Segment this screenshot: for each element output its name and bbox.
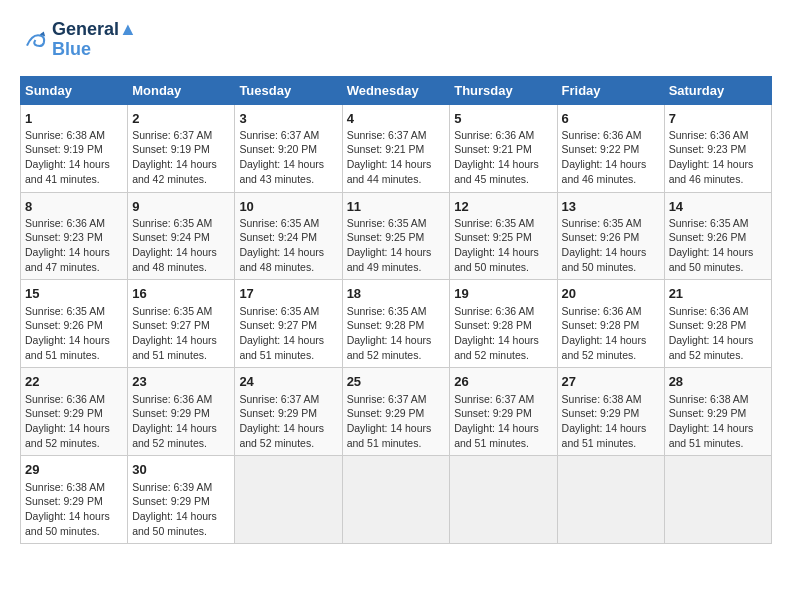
daylight-label: Daylight: 14 hours and 44 minutes.	[347, 158, 432, 185]
sunrise-label: Sunrise: 6:35 AM	[347, 217, 427, 229]
sunset-label: Sunset: 9:21 PM	[347, 143, 425, 155]
calendar-row: 22Sunrise: 6:36 AMSunset: 9:29 PMDayligh…	[21, 368, 772, 456]
calendar-cell: 26Sunrise: 6:37 AMSunset: 9:29 PMDayligh…	[450, 368, 557, 456]
daylight-label: Daylight: 14 hours and 52 minutes.	[669, 334, 754, 361]
day-number: 5	[454, 111, 461, 126]
col-friday: Friday	[557, 76, 664, 104]
day-number: 7	[669, 111, 676, 126]
sunset-label: Sunset: 9:29 PM	[347, 407, 425, 419]
sunrise-label: Sunrise: 6:35 AM	[454, 217, 534, 229]
day-number: 4	[347, 111, 354, 126]
calendar-cell: 5Sunrise: 6:36 AMSunset: 9:21 PMDaylight…	[450, 104, 557, 192]
daylight-label: Daylight: 14 hours and 50 minutes.	[132, 510, 217, 537]
daylight-label: Daylight: 14 hours and 51 minutes.	[562, 422, 647, 449]
col-wednesday: Wednesday	[342, 76, 450, 104]
sunset-label: Sunset: 9:21 PM	[454, 143, 532, 155]
calendar-cell: 30Sunrise: 6:39 AMSunset: 9:29 PMDayligh…	[128, 456, 235, 544]
sunset-label: Sunset: 9:29 PM	[454, 407, 532, 419]
sunset-label: Sunset: 9:25 PM	[454, 231, 532, 243]
calendar-cell: 14Sunrise: 6:35 AMSunset: 9:26 PMDayligh…	[664, 192, 771, 280]
sunset-label: Sunset: 9:26 PM	[562, 231, 640, 243]
sunrise-label: Sunrise: 6:35 AM	[25, 305, 105, 317]
daylight-label: Daylight: 14 hours and 52 minutes.	[562, 334, 647, 361]
sunset-label: Sunset: 9:28 PM	[562, 319, 640, 331]
daylight-label: Daylight: 14 hours and 51 minutes.	[454, 422, 539, 449]
sunset-label: Sunset: 9:23 PM	[25, 231, 103, 243]
header-row: Sunday Monday Tuesday Wednesday Thursday…	[21, 76, 772, 104]
sunset-label: Sunset: 9:19 PM	[132, 143, 210, 155]
day-number: 8	[25, 199, 32, 214]
calendar-cell	[235, 456, 342, 544]
sunrise-label: Sunrise: 6:36 AM	[25, 217, 105, 229]
daylight-label: Daylight: 14 hours and 48 minutes.	[132, 246, 217, 273]
daylight-label: Daylight: 14 hours and 52 minutes.	[454, 334, 539, 361]
day-number: 1	[25, 111, 32, 126]
sunset-label: Sunset: 9:27 PM	[132, 319, 210, 331]
sunrise-label: Sunrise: 6:35 AM	[132, 305, 212, 317]
calendar-row: 15Sunrise: 6:35 AMSunset: 9:26 PMDayligh…	[21, 280, 772, 368]
calendar-row: 8Sunrise: 6:36 AMSunset: 9:23 PMDaylight…	[21, 192, 772, 280]
calendar-cell: 20Sunrise: 6:36 AMSunset: 9:28 PMDayligh…	[557, 280, 664, 368]
calendar-cell: 19Sunrise: 6:36 AMSunset: 9:28 PMDayligh…	[450, 280, 557, 368]
sunset-label: Sunset: 9:19 PM	[25, 143, 103, 155]
day-number: 19	[454, 286, 468, 301]
calendar-cell: 8Sunrise: 6:36 AMSunset: 9:23 PMDaylight…	[21, 192, 128, 280]
sunrise-label: Sunrise: 6:37 AM	[132, 129, 212, 141]
day-number: 24	[239, 374, 253, 389]
calendar-cell: 9Sunrise: 6:35 AMSunset: 9:24 PMDaylight…	[128, 192, 235, 280]
sunset-label: Sunset: 9:24 PM	[132, 231, 210, 243]
day-number: 20	[562, 286, 576, 301]
sunset-label: Sunset: 9:28 PM	[347, 319, 425, 331]
calendar-cell: 27Sunrise: 6:38 AMSunset: 9:29 PMDayligh…	[557, 368, 664, 456]
sunset-label: Sunset: 9:28 PM	[454, 319, 532, 331]
sunset-label: Sunset: 9:29 PM	[132, 495, 210, 507]
day-number: 18	[347, 286, 361, 301]
calendar-cell	[557, 456, 664, 544]
day-number: 15	[25, 286, 39, 301]
calendar-cell: 3Sunrise: 6:37 AMSunset: 9:20 PMDaylight…	[235, 104, 342, 192]
day-number: 27	[562, 374, 576, 389]
calendar-cell: 1Sunrise: 6:38 AMSunset: 9:19 PMDaylight…	[21, 104, 128, 192]
day-number: 9	[132, 199, 139, 214]
page-header: General▲ Blue	[20, 20, 772, 60]
sunset-label: Sunset: 9:29 PM	[239, 407, 317, 419]
daylight-label: Daylight: 14 hours and 51 minutes.	[347, 422, 432, 449]
calendar-cell: 13Sunrise: 6:35 AMSunset: 9:26 PMDayligh…	[557, 192, 664, 280]
calendar-cell	[664, 456, 771, 544]
daylight-label: Daylight: 14 hours and 52 minutes.	[239, 422, 324, 449]
calendar-cell: 2Sunrise: 6:37 AMSunset: 9:19 PMDaylight…	[128, 104, 235, 192]
logo: General▲ Blue	[20, 20, 137, 60]
sunrise-label: Sunrise: 6:37 AM	[454, 393, 534, 405]
calendar-cell: 16Sunrise: 6:35 AMSunset: 9:27 PMDayligh…	[128, 280, 235, 368]
day-number: 14	[669, 199, 683, 214]
calendar-cell	[342, 456, 450, 544]
sunrise-label: Sunrise: 6:35 AM	[347, 305, 427, 317]
sunrise-label: Sunrise: 6:36 AM	[454, 305, 534, 317]
calendar-row: 29Sunrise: 6:38 AMSunset: 9:29 PMDayligh…	[21, 456, 772, 544]
daylight-label: Daylight: 14 hours and 46 minutes.	[562, 158, 647, 185]
sunrise-label: Sunrise: 6:36 AM	[132, 393, 212, 405]
sunset-label: Sunset: 9:22 PM	[562, 143, 640, 155]
day-number: 17	[239, 286, 253, 301]
day-number: 10	[239, 199, 253, 214]
daylight-label: Daylight: 14 hours and 50 minutes.	[669, 246, 754, 273]
daylight-label: Daylight: 14 hours and 45 minutes.	[454, 158, 539, 185]
sunrise-label: Sunrise: 6:39 AM	[132, 481, 212, 493]
day-number: 6	[562, 111, 569, 126]
sunset-label: Sunset: 9:29 PM	[669, 407, 747, 419]
daylight-label: Daylight: 14 hours and 43 minutes.	[239, 158, 324, 185]
sunrise-label: Sunrise: 6:35 AM	[132, 217, 212, 229]
sunrise-label: Sunrise: 6:37 AM	[347, 129, 427, 141]
sunset-label: Sunset: 9:26 PM	[25, 319, 103, 331]
sunset-label: Sunset: 9:20 PM	[239, 143, 317, 155]
daylight-label: Daylight: 14 hours and 52 minutes.	[347, 334, 432, 361]
sunrise-label: Sunrise: 6:37 AM	[239, 129, 319, 141]
calendar-cell: 18Sunrise: 6:35 AMSunset: 9:28 PMDayligh…	[342, 280, 450, 368]
calendar-cell: 11Sunrise: 6:35 AMSunset: 9:25 PMDayligh…	[342, 192, 450, 280]
daylight-label: Daylight: 14 hours and 47 minutes.	[25, 246, 110, 273]
day-number: 26	[454, 374, 468, 389]
calendar-cell: 22Sunrise: 6:36 AMSunset: 9:29 PMDayligh…	[21, 368, 128, 456]
sunrise-label: Sunrise: 6:36 AM	[669, 129, 749, 141]
daylight-label: Daylight: 14 hours and 50 minutes.	[454, 246, 539, 273]
calendar-cell: 25Sunrise: 6:37 AMSunset: 9:29 PMDayligh…	[342, 368, 450, 456]
